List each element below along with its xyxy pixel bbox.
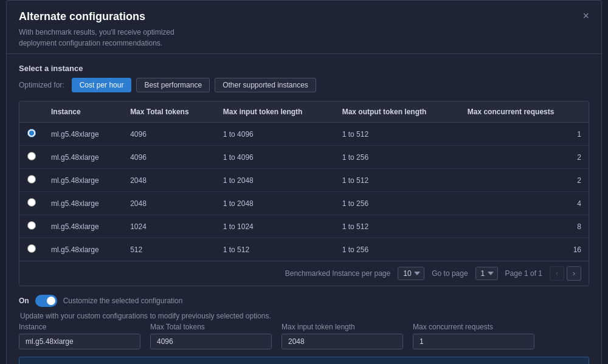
prev-page-button[interactable]: ‹ — [550, 266, 564, 281]
customize-section: On Customize the selected configuration … — [19, 295, 589, 364]
max-input-value: 1 to 512 — [216, 238, 335, 261]
radio-cell[interactable] — [19, 215, 44, 238]
modal-overlay: Alternate configurations With benchmark … — [0, 0, 608, 364]
filter-label: Optimized for: — [19, 81, 64, 89]
instance-field-input[interactable] — [19, 334, 140, 349]
table-row[interactable]: ml.g5.48xlarge20481 to 20481 to 2564 — [19, 192, 589, 215]
customize-sub-description: Update with your custom configurations t… — [19, 312, 589, 320]
instance-radio[interactable] — [27, 198, 36, 207]
max-output-value: 1 to 512 — [335, 123, 460, 146]
radio-cell[interactable] — [19, 123, 44, 146]
instances-table-container: Instance Max Total tokens Max input toke… — [19, 101, 589, 286]
max-concurrent-value: 2 — [460, 146, 589, 169]
max-input-field-input[interactable] — [282, 334, 403, 349]
th-max-input: Max input token length — [216, 101, 335, 123]
max-total-value: 4096 — [123, 123, 216, 146]
table-row[interactable]: ml.g5.48xlarge40961 to 40961 to 2562 — [19, 146, 589, 169]
select-instance-label: Select a instance — [19, 64, 589, 73]
max-concurrent-value: 4 — [460, 192, 589, 215]
per-page-select[interactable]: 10 20 50 — [398, 267, 424, 280]
max-concurrent-value: 16 — [460, 238, 589, 261]
info-banner: ⓘ Choosing an instance here overwrites t… — [19, 357, 589, 364]
max-output-value: 1 to 256 — [335, 146, 460, 169]
table-row[interactable]: ml.g5.48xlarge5121 to 5121 to 25616 — [19, 238, 589, 261]
max-total-field-input[interactable] — [150, 334, 272, 349]
max-input-value: 1 to 2048 — [216, 192, 335, 215]
instance-name: ml.g5.48xlarge — [44, 238, 123, 261]
go-to-page-label: Go to page — [432, 269, 468, 278]
instance-radio[interactable] — [27, 152, 36, 160]
max-input-value: 1 to 2048 — [216, 169, 335, 192]
th-radio — [19, 101, 44, 123]
field-max-concurrent: Max concurrent requests — [413, 323, 534, 349]
table-header-row: Instance Max Total tokens Max input toke… — [19, 101, 589, 123]
max-input-value: 1 to 4096 — [216, 146, 335, 169]
max-concurrent-field-input[interactable] — [413, 334, 534, 349]
max-total-field-label: Max Total tokens — [150, 323, 272, 331]
max-total-value: 1024 — [123, 215, 216, 238]
max-concurrent-field-label: Max concurrent requests — [413, 323, 534, 331]
max-total-value: 4096 — [123, 146, 216, 169]
filter-other-supported[interactable]: Other supported instances — [215, 78, 316, 92]
max-output-value: 1 to 256 — [335, 238, 460, 261]
radio-cell[interactable] — [19, 146, 44, 169]
max-total-value: 2048 — [123, 169, 216, 192]
table-row[interactable]: ml.g5.48xlarge10241 to 10241 to 5128 — [19, 215, 589, 238]
instance-name: ml.g5.48xlarge — [44, 123, 123, 146]
max-input-field-label: Max input token length — [282, 323, 403, 331]
max-total-value: 512 — [123, 238, 216, 261]
modal: Alternate configurations With benchmark … — [6, 0, 602, 364]
max-output-value: 1 to 512 — [335, 169, 460, 192]
max-output-value: 1 to 512 — [335, 215, 460, 238]
field-max-total: Max Total tokens — [150, 323, 272, 349]
go-to-page-select[interactable]: 1 — [475, 267, 498, 280]
pagination-bar: Benchmarked Instance per page 10 20 50 G… — [19, 261, 589, 286]
table-row[interactable]: ml.g5.48xlarge40961 to 40961 to 5121 — [19, 123, 589, 146]
field-instance: Instance — [19, 323, 140, 349]
field-max-input: Max input token length — [282, 323, 403, 349]
instance-radio[interactable] — [27, 129, 36, 137]
modal-header: Alternate configurations With benchmark … — [7, 1, 601, 54]
table-row[interactable]: ml.g5.48xlarge20481 to 20481 to 5122 — [19, 169, 589, 192]
th-instance: Instance — [44, 101, 123, 123]
pagination-nav: ‹ › — [550, 266, 581, 281]
modal-title: Alternate configurations — [19, 10, 589, 23]
instance-radio[interactable] — [27, 221, 36, 230]
max-concurrent-value: 1 — [460, 123, 589, 146]
radio-cell[interactable] — [19, 192, 44, 215]
max-total-value: 2048 — [123, 192, 216, 215]
radio-cell[interactable] — [19, 238, 44, 261]
th-max-concurrent: Max concurrent requests — [460, 101, 589, 123]
toggle-row: On Customize the selected configuration — [19, 295, 589, 307]
customize-description: Customize the selected configuration — [63, 297, 183, 305]
filter-cost-per-hour[interactable]: Cost per hour — [72, 78, 132, 92]
radio-cell[interactable] — [19, 169, 44, 192]
instance-name: ml.g5.48xlarge — [44, 215, 123, 238]
instance-radio[interactable] — [27, 175, 36, 184]
customize-toggle[interactable] — [35, 295, 57, 307]
instance-name: ml.g5.48xlarge — [44, 169, 123, 192]
modal-subtitle: With benchmark results, you'll receive o… — [19, 27, 201, 49]
instance-radio[interactable] — [27, 244, 36, 253]
instance-field-label: Instance — [19, 323, 140, 331]
instance-name: ml.g5.48xlarge — [44, 192, 123, 215]
th-max-total: Max Total tokens — [123, 101, 216, 123]
max-input-value: 1 to 1024 — [216, 215, 335, 238]
instance-name: ml.g5.48xlarge — [44, 146, 123, 169]
on-label: On — [19, 297, 29, 305]
per-page-label: Benchmarked Instance per page — [285, 269, 390, 278]
max-concurrent-value: 2 — [460, 169, 589, 192]
filter-best-performance[interactable]: Best performance — [136, 78, 210, 92]
th-max-output: Max output token length — [335, 101, 460, 123]
modal-body: Select a instance Optimized for: Cost pe… — [7, 54, 601, 364]
max-input-value: 1 to 4096 — [216, 123, 335, 146]
max-concurrent-value: 8 — [460, 215, 589, 238]
max-output-value: 1 to 256 — [335, 192, 460, 215]
custom-fields-row: Instance Max Total tokens Max input toke… — [19, 323, 589, 349]
instances-table: Instance Max Total tokens Max input toke… — [19, 101, 589, 261]
filter-row: Optimized for: Cost per hour Best perfor… — [19, 78, 589, 92]
page-info: Page 1 of 1 — [505, 269, 542, 278]
next-page-button[interactable]: › — [567, 266, 581, 281]
close-button[interactable]: × — [579, 9, 593, 22]
